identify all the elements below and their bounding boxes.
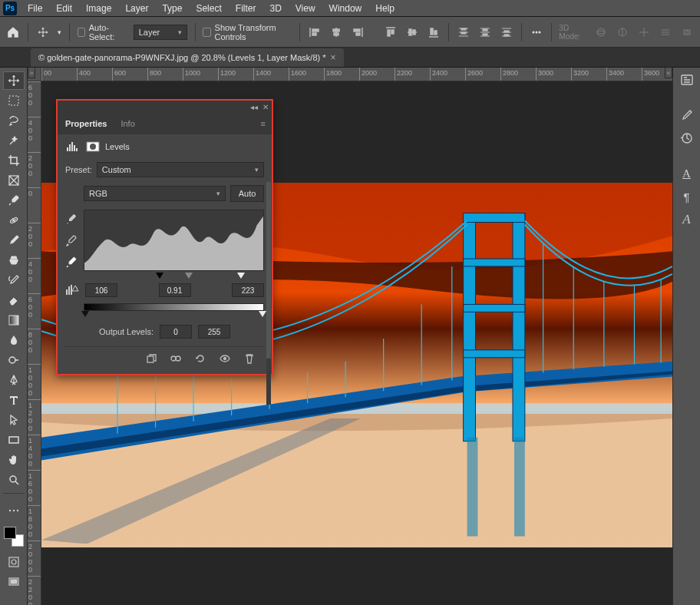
- menu-window[interactable]: Window: [323, 2, 368, 15]
- history-panel-icon[interactable]: [678, 129, 696, 147]
- menu-edit[interactable]: Edit: [50, 2, 78, 15]
- move-tool[interactable]: [3, 71, 25, 90]
- magic-wand-tool[interactable]: [3, 131, 25, 150]
- gray-point-eyedropper-icon[interactable]: [65, 234, 78, 246]
- menu-image[interactable]: Image: [80, 2, 117, 15]
- pen-tool[interactable]: [3, 371, 25, 389]
- 3d-roll-icon: [616, 24, 629, 41]
- tab-properties[interactable]: Properties: [64, 114, 108, 133]
- panel-menu-icon[interactable]: ≡: [261, 119, 266, 128]
- svg-rect-32: [464, 213, 525, 223]
- menu-layer[interactable]: Layer: [119, 2, 154, 15]
- close-panel-icon[interactable]: ✕: [262, 103, 269, 111]
- clone-stamp-tool[interactable]: [3, 251, 25, 269]
- expand-right-icon[interactable]: «: [665, 68, 672, 78]
- hand-tool[interactable]: [3, 451, 25, 469]
- app-logo: Ps: [3, 2, 17, 15]
- midtone-input[interactable]: [159, 283, 191, 297]
- lasso-tool[interactable]: [3, 111, 25, 130]
- history-brush-tool[interactable]: [3, 271, 25, 289]
- auto-select-target[interactable]: Layer▾: [134, 25, 187, 40]
- input-levels-slider[interactable]: [84, 273, 264, 280]
- collapse-panel-icon[interactable]: ◂◂: [250, 103, 258, 111]
- highlight-input[interactable]: [232, 283, 264, 297]
- svg-rect-5: [504, 35, 509, 36]
- align-vcenter-icon[interactable]: [405, 24, 419, 41]
- glyphs-panel-icon[interactable]: A: [678, 210, 696, 229]
- dodge-tool[interactable]: [3, 351, 25, 369]
- paragraph-panel-icon[interactable]: ¶: [678, 187, 696, 206]
- home-button[interactable]: [6, 24, 20, 41]
- reset-icon[interactable]: [193, 352, 207, 365]
- clip-to-layer-icon[interactable]: [144, 352, 158, 365]
- preset-select[interactable]: Custom▾: [97, 162, 264, 177]
- brush-tool[interactable]: [3, 231, 25, 250]
- align-right-icon[interactable]: [351, 24, 365, 41]
- clipping-warning-icon[interactable]: !: [65, 285, 81, 296]
- output-levels-slider[interactable]: [84, 303, 264, 311]
- menu-file[interactable]: File: [21, 2, 48, 15]
- color-swatch[interactable]: [4, 527, 24, 547]
- black-point-eyedropper-icon[interactable]: [65, 213, 78, 225]
- learn-panel-icon[interactable]: [678, 71, 696, 89]
- menu-type[interactable]: Type: [156, 2, 188, 15]
- distribute-bottom-icon[interactable]: [500, 24, 513, 41]
- auto-button[interactable]: Auto: [230, 185, 264, 202]
- align-left-icon[interactable]: [308, 24, 322, 41]
- svg-point-23: [16, 510, 18, 511]
- close-tab-icon[interactable]: ×: [331, 52, 336, 63]
- shadow-input[interactable]: [85, 283, 117, 297]
- horizontal-ruler[interactable]: 0040060080010001200140016001800200022002…: [41, 68, 672, 81]
- svg-rect-55: [71, 142, 73, 151]
- healing-brush-tool[interactable]: [3, 211, 25, 230]
- distribute-vcenter-icon[interactable]: [478, 24, 492, 41]
- menu-select[interactable]: Select: [190, 2, 227, 15]
- toggle-visibility-icon[interactable]: [218, 352, 232, 365]
- channel-select[interactable]: RGB▾: [84, 186, 226, 201]
- svg-point-18: [9, 357, 15, 363]
- white-point-eyedropper-icon[interactable]: [65, 256, 78, 268]
- marquee-tool[interactable]: [3, 91, 25, 110]
- svg-rect-30: [464, 213, 476, 441]
- blur-tool[interactable]: [3, 331, 25, 349]
- output-high-input[interactable]: [198, 325, 230, 339]
- histogram[interactable]: [84, 210, 264, 271]
- align-top-icon[interactable]: [384, 24, 398, 41]
- quick-mask-icon[interactable]: [3, 553, 25, 571]
- show-transform-checkbox[interactable]: Show Transform Controls: [203, 23, 292, 41]
- document-tab[interactable]: © golden-gate-panorama-P9WNFXJ.jpg @ 20.…: [31, 48, 344, 67]
- type-tool[interactable]: [3, 391, 25, 409]
- menu-3d[interactable]: 3D: [263, 2, 287, 15]
- 3d-mode-label: 3D Mode:: [559, 24, 586, 41]
- svg-rect-2: [483, 29, 487, 31]
- zoom-tool[interactable]: [3, 471, 25, 489]
- delete-adjustment-icon[interactable]: [243, 352, 256, 365]
- align-bottom-icon[interactable]: [427, 24, 441, 41]
- screen-mode-icon[interactable]: [3, 573, 25, 591]
- eyedropper-tool[interactable]: [3, 191, 25, 210]
- vertical-ruler[interactable]: 6004002000200400600800100012001400160018…: [28, 81, 41, 605]
- crop-tool[interactable]: [3, 151, 25, 170]
- path-selection-tool[interactable]: [3, 411, 25, 429]
- distribute-top-icon[interactable]: [457, 24, 471, 41]
- menu-filter[interactable]: Filter: [229, 2, 262, 15]
- frame-tool[interactable]: [3, 171, 25, 190]
- menu-view[interactable]: View: [289, 2, 322, 15]
- move-tool-icon[interactable]: [36, 24, 50, 41]
- tab-info[interactable]: Info: [119, 114, 136, 133]
- edit-toolbar-icon[interactable]: [3, 501, 25, 520]
- auto-select-checkbox[interactable]: Auto-Select:: [78, 23, 126, 41]
- panel-scrollbar[interactable]: [266, 182, 271, 405]
- more-options-icon[interactable]: [530, 24, 543, 41]
- brush-settings-panel-icon[interactable]: [678, 106, 696, 124]
- menu-help[interactable]: Help: [369, 2, 401, 15]
- right-dock: A ¶ A: [672, 68, 700, 605]
- gradient-tool[interactable]: [3, 311, 25, 329]
- eraser-tool[interactable]: [3, 291, 25, 309]
- view-previous-icon[interactable]: [169, 352, 183, 365]
- output-low-input[interactable]: [160, 325, 192, 339]
- align-hcenter-icon[interactable]: [329, 24, 343, 41]
- expand-left-icon[interactable]: »: [28, 68, 35, 78]
- rectangle-tool[interactable]: [3, 431, 25, 449]
- character-panel-icon[interactable]: A: [678, 164, 696, 183]
